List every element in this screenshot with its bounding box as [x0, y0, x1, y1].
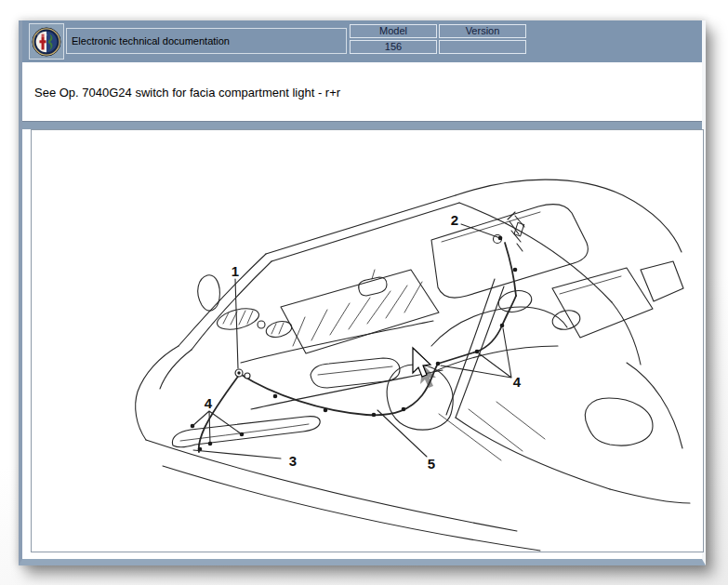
operation-title: See Op. 7040G24 switch for facia compart…	[34, 86, 340, 100]
version-column-header: Version	[439, 24, 526, 38]
alfa-romeo-logo-icon	[32, 27, 61, 57]
app-title: Electronic technical documentation	[66, 28, 347, 54]
callout-4-left: 4	[205, 395, 213, 411]
car-wiring-illustration: 1 2 4 4 3 5	[32, 130, 703, 552]
model-column-header: Model	[350, 24, 437, 38]
model-value: 156	[350, 40, 437, 54]
illustration-panel: 1 2 4 4 3 5	[31, 129, 704, 552]
callout-5: 5	[428, 456, 435, 472]
version-value	[439, 40, 526, 54]
logo-cell	[29, 23, 64, 60]
divider-band	[22, 121, 702, 129]
app-header: Electronic technical documentation Model…	[22, 20, 702, 63]
callout-3: 3	[289, 453, 297, 469]
callout-1: 1	[232, 263, 239, 279]
model-version-table: Model Version 156	[350, 24, 527, 54]
callout-4-right: 4	[513, 374, 522, 390]
app-window: Electronic technical documentation Model…	[19, 20, 706, 565]
callout-2: 2	[451, 212, 458, 228]
title-area: See Op. 7040G24 switch for facia compart…	[22, 63, 702, 121]
